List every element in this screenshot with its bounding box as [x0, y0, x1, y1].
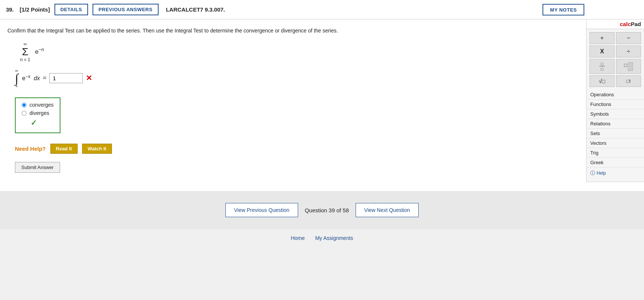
- calcpad-mixed-button[interactable]: □ □ □: [616, 59, 641, 74]
- calcpad-divide-button[interactable]: ÷: [616, 46, 641, 57]
- points-label: [1/2 Points]: [20, 6, 50, 13]
- need-help-label: Need Help?: [15, 146, 46, 152]
- integral-integrand: e−x dx: [22, 74, 40, 82]
- calcpad-functions-item[interactable]: Functions: [587, 100, 644, 109]
- calcpad-plus-button[interactable]: +: [590, 32, 615, 44]
- sum-lower-limit: n = 1: [20, 57, 30, 62]
- sum-notation: ∞ Σ n = 1: [20, 41, 30, 62]
- calcpad-greek-item[interactable]: Greek: [587, 158, 644, 168]
- equals-sign: =: [43, 75, 46, 81]
- submit-answer-button[interactable]: Submit Answer: [15, 162, 60, 173]
- top-bar: 39. [1/2 Points] DETAILS PREVIOUS ANSWER…: [0, 0, 644, 19]
- series-formula: ∞ Σ n = 1 e−n: [19, 41, 637, 62]
- diverges-option[interactable]: diverges: [22, 110, 54, 116]
- help-icon: ⓘ: [590, 170, 595, 176]
- footer: Home My Assignments: [0, 229, 644, 244]
- integral-line: ∞ ∫ 1 e−x dx = ✕: [15, 68, 637, 88]
- calcpad-minus-button[interactable]: −: [616, 32, 641, 44]
- converges-label[interactable]: converges: [29, 102, 54, 108]
- need-help-row: Need Help? Read It Watch It: [15, 144, 637, 154]
- calcpad-sqrt-button[interactable]: √□: [590, 75, 615, 87]
- view-previous-question-button[interactable]: View Previous Question: [225, 203, 298, 217]
- calcpad-sets-item[interactable]: Sets: [587, 129, 644, 138]
- diverges-radio[interactable]: [22, 111, 26, 116]
- calcpad-fraction-button[interactable]: □ □: [590, 59, 615, 74]
- calcpad-symbols-item[interactable]: Symbols: [587, 109, 644, 119]
- my-notes-button[interactable]: MY NOTES: [543, 4, 584, 15]
- integral-exponent: −x: [25, 74, 30, 79]
- series-exponent: −n: [39, 47, 44, 52]
- question-number: 39.: [6, 6, 14, 13]
- calcpad-header: calcPad: [587, 19, 644, 29]
- bottom-navigation: View Previous Question Question 39 of 58…: [0, 191, 644, 229]
- problem-id: LARCALCET7 9.3.007.: [166, 6, 225, 13]
- calcpad-relations-item[interactable]: Relations: [587, 119, 644, 129]
- sum-symbol: Σ: [22, 47, 28, 57]
- calcpad-panel: calcPad + − X ÷ □ □ □ □ □: [586, 19, 644, 182]
- details-button[interactable]: DETAILS: [54, 4, 88, 15]
- calcpad-vectors-item[interactable]: Vectors: [587, 138, 644, 148]
- converges-option[interactable]: converges: [22, 102, 54, 108]
- calcpad-trig-item[interactable]: Trig: [587, 148, 644, 158]
- submit-row: Submit Answer: [15, 162, 637, 173]
- calcpad-factorial-button[interactable]: □!: [616, 75, 641, 87]
- convergence-radio-group: converges diverges ✓: [15, 97, 60, 133]
- calcpad-multiply-button[interactable]: X: [590, 46, 615, 57]
- integral-char: ∫: [15, 72, 18, 85]
- integral-symbol-group: ∞ ∫ 1: [15, 68, 18, 88]
- calcpad-help-link[interactable]: ⓘ Help: [587, 168, 644, 179]
- watch-it-button[interactable]: Watch It: [82, 144, 112, 154]
- question-text: Confirm that the Integral Test can be ap…: [7, 27, 637, 35]
- correct-checkmark: ✓: [31, 118, 54, 127]
- calcpad-operations-item[interactable]: Operations: [587, 90, 644, 100]
- calcpad-title-calc: calc: [620, 21, 631, 27]
- integral-answer-input[interactable]: [49, 73, 83, 83]
- calcpad-title-pad: Pad: [631, 21, 641, 27]
- series-term: e−n: [35, 48, 44, 55]
- incorrect-mark: ✕: [86, 74, 92, 82]
- diverges-label[interactable]: diverges: [29, 110, 49, 116]
- converges-radio[interactable]: [22, 103, 26, 107]
- view-next-question-button[interactable]: View Next Question: [356, 203, 419, 217]
- footer-assignments-link[interactable]: My Assignments: [315, 235, 353, 241]
- read-it-button[interactable]: Read It: [50, 144, 78, 154]
- footer-home-link[interactable]: Home: [291, 235, 304, 241]
- integral-lower-limit: 1: [16, 83, 18, 88]
- previous-answers-button[interactable]: PREVIOUS ANSWERS: [93, 4, 159, 15]
- main-content: Confirm that the Integral Test can be ap…: [0, 19, 644, 191]
- calcpad-menu: Operations Functions Symbols Relations S…: [587, 90, 644, 168]
- calcpad-buttons: + − X ÷ □ □ □ □ □ √□ □!: [587, 29, 644, 90]
- integral-dx: dx: [34, 75, 40, 82]
- question-counter: Question 39 of 58: [305, 207, 349, 213]
- calcpad-help-label: Help: [597, 171, 606, 176]
